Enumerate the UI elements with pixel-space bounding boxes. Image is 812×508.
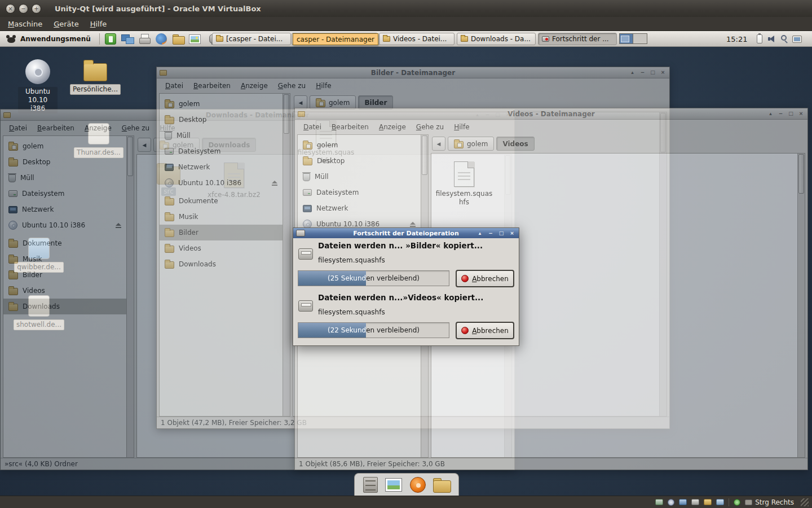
- sidebar-item-netzwerk[interactable]: Netzwerk: [298, 200, 421, 216]
- ubuntu-disc-icon[interactable]: [410, 477, 426, 493]
- sidebar-item-downloads[interactable]: Downloads: [3, 299, 126, 314]
- desktop-icon-ubuntu-cd[interactable]: Ubuntu 10.10 i386: [16, 59, 60, 113]
- menu-hilfe[interactable]: Hilfe: [449, 121, 474, 133]
- sidebar-scrollbar[interactable]: [127, 135, 134, 458]
- maximize-button[interactable]: □: [648, 68, 657, 77]
- harddisk-status-icon[interactable]: [655, 499, 663, 505]
- display-icon[interactable]: [792, 36, 802, 43]
- volume-icon[interactable]: [768, 35, 775, 43]
- file-manager-icon[interactable]: [433, 478, 450, 492]
- menu-datei[interactable]: Datei: [4, 122, 32, 134]
- taskbar-button-downloads[interactable]: Downloads - Da...: [457, 33, 536, 45]
- menu-anzeige[interactable]: Anzeige: [80, 122, 117, 134]
- window-icon[interactable]: [298, 111, 305, 117]
- shared-folders-status-icon[interactable]: [704, 499, 712, 505]
- menu-datei[interactable]: Datei: [298, 121, 326, 133]
- close-button[interactable]: ×: [6, 4, 15, 14]
- workspace-2[interactable]: [633, 33, 647, 44]
- path-button-golem[interactable]: golem: [448, 137, 494, 151]
- taskbar-button-casper[interactable]: [casper - Datei...: [212, 33, 291, 45]
- menu-bearbeiten[interactable]: Bearbeiten: [188, 80, 236, 92]
- menu-anzeige[interactable]: Anzeige: [236, 80, 273, 92]
- logout-launcher[interactable]: [103, 32, 118, 46]
- minimize-button[interactable]: −: [776, 110, 785, 118]
- file-filesystem-squashfs[interactable]: filesystem.squashfs: [433, 161, 496, 207]
- battery-icon[interactable]: [757, 34, 762, 43]
- eject-icon[interactable]: [410, 222, 416, 227]
- sidebar-item-golem[interactable]: golem: [298, 137, 421, 153]
- titlebar[interactable]: Videos - Dateimanager ▴ − □ ×: [295, 108, 807, 120]
- sidebar-item-golem[interactable]: golem: [3, 138, 126, 154]
- path-button-videos[interactable]: Videos: [496, 137, 534, 151]
- fileview-scrollbar[interactable]: [797, 154, 805, 457]
- taskbar-button-videos[interactable]: Videos - Datei...: [379, 33, 454, 45]
- applications-menu-button[interactable]: Anwendungsmenü: [1, 32, 96, 46]
- optical-disc-status-icon[interactable]: [668, 499, 674, 506]
- menu-bearbeiten[interactable]: Bearbeiten: [326, 121, 374, 133]
- eject-icon[interactable]: [116, 223, 121, 228]
- shade-button[interactable]: ▴: [628, 68, 637, 77]
- window-icon[interactable]: [3, 112, 11, 118]
- sidebar-item-netzwerk[interactable]: Netzwerk: [3, 202, 126, 217]
- sidebar-item-downloads[interactable]: Downloads: [160, 256, 283, 272]
- minimize-button[interactable]: −: [638, 68, 647, 77]
- workspace-1[interactable]: [619, 33, 633, 44]
- close-button[interactable]: ×: [508, 229, 517, 237]
- sidebar-item-netzwerk[interactable]: Netzwerk: [160, 159, 283, 175]
- menu-geraete[interactable]: Geräte: [48, 18, 84, 30]
- sidebar-item-videos[interactable]: Videos: [160, 240, 283, 256]
- sidebar-item-muell[interactable]: Müll: [3, 170, 126, 186]
- sidebar-item-videos[interactable]: Videos: [3, 283, 126, 299]
- image-viewer-icon[interactable]: [385, 478, 402, 492]
- network-status-icon[interactable]: [679, 499, 687, 505]
- sidebar-item-musik[interactable]: Musik: [160, 209, 283, 225]
- sidebar-item-golem[interactable]: golem: [160, 96, 283, 112]
- printer-launcher[interactable]: [137, 32, 152, 46]
- maximize-button[interactable]: □: [497, 229, 506, 237]
- browser-launcher[interactable]: [154, 32, 169, 46]
- back-button[interactable]: ◀: [138, 138, 151, 152]
- sidebar-item-dateisystem[interactable]: Dateisystem: [298, 185, 421, 200]
- menu-datei[interactable]: Datei: [160, 80, 188, 92]
- menu-gehe-zu[interactable]: Gehe zu: [117, 122, 155, 134]
- sidebar-item-dokumente[interactable]: Dokumente: [160, 193, 283, 209]
- menu-gehe-zu[interactable]: Gehe zu: [411, 121, 449, 133]
- shade-button[interactable]: ▴: [475, 229, 484, 237]
- sidebar-item-bilder[interactable]: Bilder: [3, 267, 126, 283]
- window-icon[interactable]: [160, 70, 167, 76]
- maximize-button[interactable]: □: [787, 110, 795, 118]
- eject-icon[interactable]: [272, 181, 277, 186]
- menu-gehe-zu[interactable]: Gehe zu: [273, 80, 311, 92]
- scrollbar-thumb[interactable]: [284, 94, 289, 134]
- minimize-button[interactable]: −: [19, 4, 28, 14]
- titlebar[interactable]: Bilder - Dateimanager ▴ − □ ×: [157, 67, 669, 78]
- sidebar-item-musik[interactable]: Musik: [3, 251, 126, 267]
- close-button[interactable]: ×: [659, 68, 667, 77]
- sidebar-item-desktop[interactable]: Desktop: [160, 112, 283, 128]
- sidebar-item-ubuntu-cd[interactable]: Ubuntu 10.10 i386: [160, 175, 283, 191]
- resize-grip[interactable]: [801, 498, 809, 506]
- sidebar-item-muell[interactable]: Müll: [160, 128, 283, 143]
- sidebar-item-desktop[interactable]: Desktop: [298, 153, 421, 169]
- magnifier-icon[interactable]: [781, 35, 787, 41]
- shade-button[interactable]: ▴: [766, 110, 775, 118]
- sidebar-item-dateisystem[interactable]: Dateisystem: [160, 143, 283, 159]
- menu-hilfe[interactable]: Hilfe: [311, 80, 336, 92]
- cancel-button[interactable]: Abbrechen: [456, 270, 514, 287]
- dialog-titlebar[interactable]: Fortschritt der Dateioperation ▴ − □ ×: [293, 228, 519, 238]
- clock[interactable]: 15:21: [726, 31, 747, 47]
- image-viewer-launcher[interactable]: [188, 32, 202, 46]
- taskbar-button-fortschritt[interactable]: Fortschritt der ...: [538, 33, 617, 45]
- file-cabinet-icon[interactable]: [363, 477, 378, 493]
- menu-anzeige[interactable]: Anzeige: [374, 121, 411, 133]
- vbox-titlebar[interactable]: × − + Unity-Qt [wird ausgeführt] - Oracl…: [0, 0, 812, 17]
- usb-status-icon[interactable]: [691, 499, 699, 505]
- sidebar-item-dateisystem[interactable]: Dateisystem: [3, 186, 126, 202]
- menu-maschine[interactable]: Maschine: [2, 18, 48, 30]
- menu-hilfe[interactable]: Hilfe: [85, 18, 113, 30]
- sidebar-scrollbar[interactable]: [283, 93, 290, 417]
- minimize-button[interactable]: −: [486, 229, 495, 237]
- back-button[interactable]: ◀: [432, 137, 445, 151]
- sidebar-item-muell[interactable]: Müll: [298, 169, 421, 185]
- display-status-icon[interactable]: [716, 499, 724, 505]
